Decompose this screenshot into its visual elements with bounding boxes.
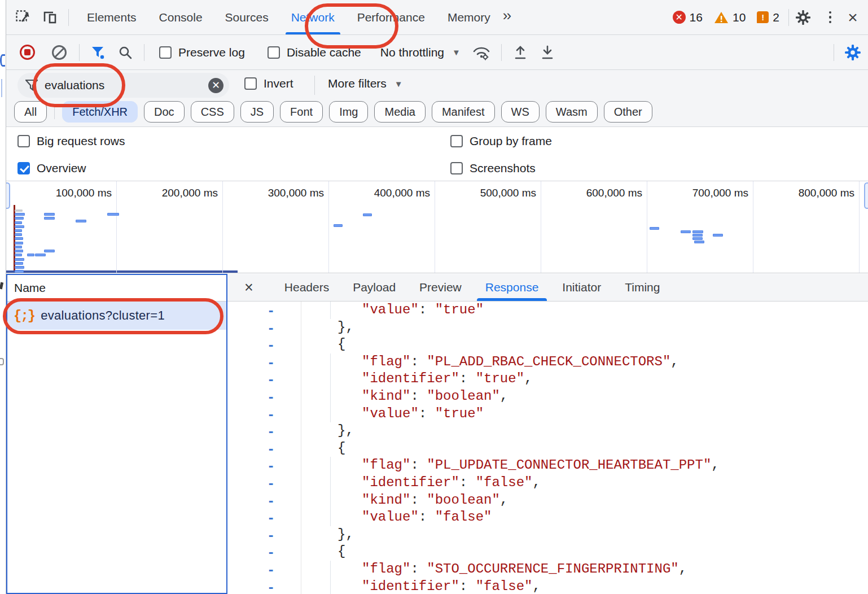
- timeline-tick-label: 800,000 ms: [770, 187, 854, 199]
- request-timing-bar: [650, 227, 659, 230]
- console-badges: ✕ 16 10 ! 2: [673, 11, 779, 24]
- timeline-tick-label: 400,000 ms: [345, 187, 430, 199]
- fold-marker-icon[interactable]: -: [262, 302, 279, 319]
- code-line: -},: [227, 526, 868, 544]
- group-by-frame-checkbox[interactable]: Group by frame: [450, 134, 552, 148]
- filter-input[interactable]: evaluations ✕: [17, 73, 229, 98]
- fold-marker-icon[interactable]: -: [262, 353, 279, 371]
- inspect-element-button[interactable]: [14, 6, 31, 29]
- invert-label: Invert: [264, 77, 293, 90]
- code-text: },: [337, 422, 354, 440]
- export-har-button[interactable]: [539, 41, 556, 64]
- overview-checkbox[interactable]: Overview: [17, 161, 86, 175]
- chip-fetch-xhr[interactable]: Fetch/XHR: [62, 101, 138, 123]
- tab-network[interactable]: Network: [280, 0, 346, 34]
- big-request-rows-checkbox[interactable]: Big request rows: [17, 134, 125, 148]
- details-tab-initiator[interactable]: Initiator: [550, 274, 613, 301]
- fold-marker-icon[interactable]: -: [262, 388, 279, 405]
- overview-right-handle[interactable]: [864, 182, 868, 209]
- fold-marker-icon[interactable]: -: [262, 336, 279, 353]
- chip-ws[interactable]: WS: [501, 101, 540, 123]
- request-list-header[interactable]: Name: [7, 275, 226, 302]
- tab-console[interactable]: Console: [148, 0, 214, 34]
- disable-cache-checkbox[interactable]: Disable cache: [268, 46, 361, 59]
- issues-badge[interactable]: ! 2: [757, 11, 779, 24]
- fold-marker-icon[interactable]: -: [262, 526, 279, 544]
- chip-js[interactable]: JS: [240, 101, 274, 123]
- toolbar-divider: [834, 44, 834, 61]
- fold-marker-icon[interactable]: -: [262, 509, 279, 526]
- code-text: "value": "true": [362, 302, 484, 319]
- details-tabs: HeadersPayloadPreviewResponseInitiatorTi…: [273, 274, 672, 301]
- clear-filter-button[interactable]: ✕: [208, 78, 223, 93]
- request-timing-bar: [334, 224, 343, 227]
- throttling-dropdown[interactable]: No throttling ▼: [380, 46, 461, 59]
- filter-input-value[interactable]: evaluations: [45, 78, 208, 92]
- request-timing-bar: [681, 230, 691, 233]
- more-filters-dropdown[interactable]: More filters ▼: [328, 77, 403, 90]
- more-tabs-button[interactable]: ››: [502, 7, 516, 28]
- device-toolbar-button[interactable]: [41, 6, 58, 29]
- record-network-log-button[interactable]: [20, 45, 35, 60]
- request-timing-bar: [15, 254, 22, 256]
- invert-checkbox[interactable]: Invert: [244, 77, 293, 90]
- tab-memory[interactable]: Memory: [436, 0, 502, 34]
- tab-performance[interactable]: Performance: [346, 0, 436, 34]
- network-conditions-button[interactable]: [472, 41, 491, 64]
- fold-marker-icon[interactable]: -: [262, 405, 279, 423]
- tab-elements[interactable]: Elements: [76, 0, 148, 34]
- chip-all[interactable]: All: [14, 101, 47, 123]
- details-tab-timing[interactable]: Timing: [613, 274, 672, 301]
- kebab-menu-button[interactable]: [822, 6, 839, 29]
- fold-marker-icon[interactable]: -: [262, 543, 279, 561]
- clear-network-log-button[interactable]: [52, 45, 67, 60]
- errors-badge[interactable]: ✕ 16: [673, 11, 703, 24]
- close-details-button[interactable]: ×: [240, 280, 258, 295]
- tab-sources[interactable]: Sources: [214, 0, 280, 34]
- fold-marker-icon[interactable]: -: [262, 319, 279, 337]
- fold-marker-icon[interactable]: -: [262, 561, 279, 578]
- group-by-frame-label: Group by frame: [470, 134, 552, 148]
- request-timing-bar: [76, 220, 86, 222]
- chip-css[interactable]: CSS: [191, 101, 234, 123]
- fold-marker-icon[interactable]: -: [262, 474, 279, 492]
- network-overview-timeline[interactable]: 100,000 ms200,000 ms300,000 ms400,000 ms…: [6, 181, 868, 273]
- warnings-badge[interactable]: 10: [714, 11, 746, 24]
- chip-manifest[interactable]: Manifest: [432, 101, 495, 123]
- request-timing-bar: [15, 258, 24, 261]
- chip-font[interactable]: Font: [280, 101, 323, 123]
- code-text: "identifier": "false",: [362, 474, 541, 492]
- download-icon: [540, 45, 555, 60]
- settings-gear-button[interactable]: [795, 6, 812, 29]
- network-settings-button[interactable]: [844, 41, 861, 64]
- code-text: "kind": "boolean",: [362, 388, 508, 405]
- details-tab-payload[interactable]: Payload: [341, 274, 407, 301]
- filter-toggle-button[interactable]: [90, 41, 107, 64]
- fold-marker-icon[interactable]: -: [262, 370, 279, 388]
- chip-wasm[interactable]: Wasm: [546, 101, 598, 123]
- screenshots-checkbox[interactable]: Screenshots: [450, 161, 536, 175]
- request-row[interactable]: {;} evaluations?cluster=1: [7, 302, 226, 330]
- chip-other[interactable]: Other: [604, 101, 652, 123]
- fold-marker-icon[interactable]: -: [262, 492, 279, 509]
- preserve-log-checkbox[interactable]: Preserve log: [159, 46, 245, 59]
- chip-img[interactable]: Img: [329, 101, 368, 123]
- fold-marker-icon[interactable]: -: [262, 457, 279, 474]
- warning-icon: [714, 11, 729, 24]
- fold-marker-icon[interactable]: -: [262, 422, 279, 440]
- details-tab-response[interactable]: Response: [474, 274, 551, 301]
- request-name: evaluations?cluster=1: [41, 308, 165, 323]
- close-devtools-button[interactable]: ×: [844, 6, 861, 29]
- chip-doc[interactable]: Doc: [144, 101, 185, 123]
- fold-marker-icon[interactable]: -: [262, 440, 279, 457]
- fold-marker-icon[interactable]: -: [262, 578, 279, 594]
- request-timing-bar: [35, 254, 46, 256]
- details-tab-headers[interactable]: Headers: [273, 274, 341, 301]
- overview-left-handle[interactable]: [6, 182, 10, 209]
- response-code-viewer[interactable]: -"value": "true"-},-{-"flag": "PL_ADD_RB…: [227, 302, 868, 594]
- chip-media[interactable]: Media: [374, 101, 425, 123]
- search-button[interactable]: [117, 41, 134, 64]
- request-timing-bar: [15, 209, 23, 212]
- import-har-button[interactable]: [512, 41, 529, 64]
- details-tab-preview[interactable]: Preview: [407, 274, 474, 301]
